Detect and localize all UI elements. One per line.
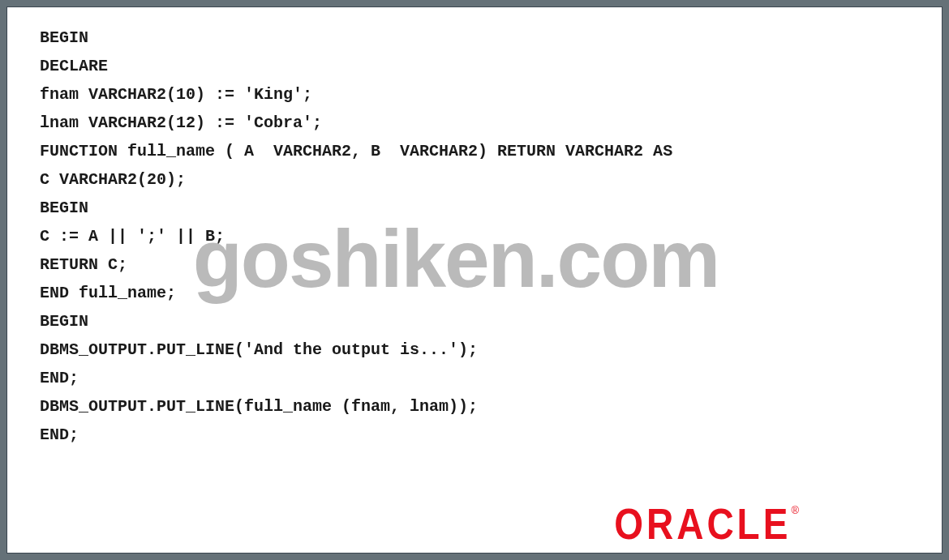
code-line: END; [40,364,909,392]
oracle-logo: ORACLE ® [614,502,800,546]
code-line: C := A || ';' || B; [40,222,909,250]
oracle-logo-text: ORACLE [614,499,791,549]
code-line: BEGIN [40,24,909,52]
code-line: fnam VARCHAR2(10) := 'King'; [40,80,909,109]
code-line: BEGIN [40,307,909,336]
code-line: lnam VARCHAR2(12) := 'Cobra'; [40,109,909,137]
document-container: goshiken.com BEGIN DECLARE fnam VARCHAR2… [6,6,943,554]
code-line: DECLARE [40,52,909,80]
code-line: DBMS_OUTPUT.PUT_LINE('And the output is.… [40,336,909,364]
code-line: FUNCTION full_name ( A VARCHAR2, B VARCH… [40,137,909,165]
code-line: DBMS_OUTPUT.PUT_LINE(full_name (fnam, ln… [40,392,909,421]
code-line: BEGIN [40,194,909,222]
code-block: BEGIN DECLARE fnam VARCHAR2(10) := 'King… [40,24,909,449]
code-line: C VARCHAR2(20); [40,165,909,194]
oracle-logo-reg: ® [791,504,800,516]
code-line: END full_name; [40,279,909,307]
code-line: RETURN C; [40,250,909,279]
code-line: END; [40,421,909,449]
